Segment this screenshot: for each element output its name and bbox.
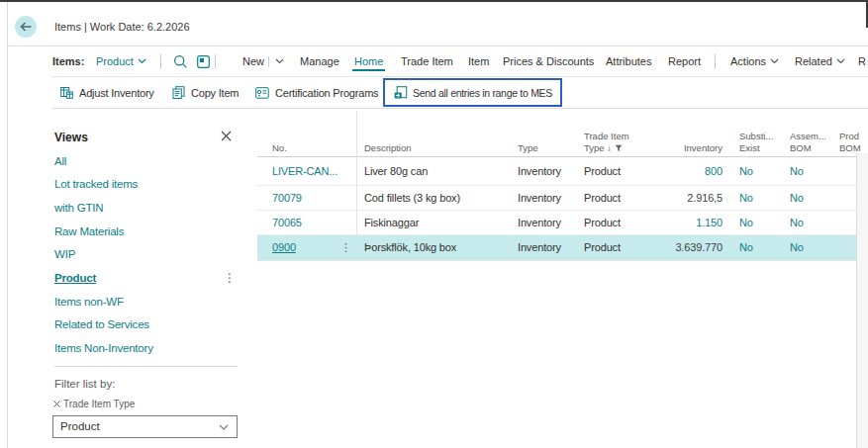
- item-description: Fiskinaggar: [364, 211, 419, 234]
- item-assembly-bom[interactable]: No: [790, 157, 804, 185]
- col-header-description[interactable]: Description: [364, 142, 412, 154]
- item-description: Liver 80g can: [364, 157, 428, 185]
- chevron-down-icon: [219, 424, 229, 431]
- back-button[interactable]: [15, 16, 37, 38]
- item-inventory-link[interactable]: 800: [633, 157, 723, 185]
- view-related-to-services[interactable]: Related to Services: [54, 314, 149, 336]
- adjust-inventory-icon: [60, 86, 73, 99]
- item-inventory-link[interactable]: 1.150: [633, 211, 723, 234]
- view-raw-materials[interactable]: Raw Materials: [54, 221, 124, 243]
- remove-filter-icon[interactable]: [53, 401, 60, 407]
- menu-home[interactable]: Home: [354, 46, 383, 76]
- menu-related[interactable]: Related: [795, 46, 845, 76]
- menu-divider: [215, 54, 216, 68]
- item-assembly-bom[interactable]: No: [790, 186, 804, 210]
- close-icon: [221, 131, 232, 141]
- command-bar: Items: Product New Manage Home Trade Ite…: [0, 46, 868, 76]
- menu-actions[interactable]: Actions: [730, 46, 779, 76]
- item-inventory-link[interactable]: 3.639.770: [633, 235, 723, 260]
- chevron-down-icon: [138, 58, 146, 64]
- send-icon: [394, 86, 408, 99]
- menu-new[interactable]: New: [242, 46, 264, 76]
- item-type: Inventory: [518, 186, 561, 210]
- frozen-column-divider: [356, 111, 357, 235]
- menu-divider: [715, 54, 716, 68]
- col-header-substitutes-exist[interactable]: Substi...Exist: [739, 131, 773, 154]
- chevron-down-icon: [836, 58, 845, 64]
- item-no-link[interactable]: 70065: [272, 211, 302, 234]
- col-header-prod-bom[interactable]: ProdBOM: [839, 131, 861, 154]
- item-substitutes-exist[interactable]: No: [739, 211, 753, 234]
- filter-section-label: Filter list by:: [54, 378, 115, 390]
- chevron-down-icon: [275, 58, 284, 64]
- action-bar-divider: [52, 108, 868, 109]
- view-options-icon[interactable]: ⋮: [224, 267, 234, 290]
- item-substitutes-exist[interactable]: No: [739, 235, 753, 260]
- col-header-inventory[interactable]: Inventory: [633, 142, 723, 154]
- table-row[interactable]: 70079 Cod fillets (3 kg box) Inventory P…: [257, 186, 856, 211]
- views-close-button[interactable]: [221, 131, 233, 142]
- search-button[interactable]: [173, 54, 188, 69]
- view-product[interactable]: Product: [54, 267, 96, 290]
- window-top-border: [0, 0, 868, 2]
- item-assembly-bom[interactable]: No: [790, 211, 804, 234]
- menu-manage[interactable]: Manage: [300, 46, 339, 76]
- table-row-selected[interactable]: 0900 ⋮ Þorskflök, 10kg box Inventory Pro…: [257, 235, 856, 261]
- analyze-button[interactable]: [197, 55, 210, 68]
- menu-divider: [160, 54, 161, 68]
- items-table: No. Description Type Trade ItemType ↓ In…: [257, 111, 856, 261]
- item-trade-item-type: Product: [584, 211, 621, 234]
- sidebar-divider: [54, 366, 238, 367]
- adjust-inventory-button[interactable]: Adjust Inventory: [60, 77, 154, 108]
- menu-report[interactable]: Report: [668, 46, 701, 76]
- row-actions-icon[interactable]: ⋮: [340, 235, 350, 260]
- item-trade-item-type: Product: [584, 235, 621, 260]
- filter-chip[interactable]: Trade Item Type: [53, 399, 135, 409]
- col-header-type[interactable]: Type: [518, 142, 538, 154]
- pane-icon: [197, 55, 210, 68]
- view-selector[interactable]: Product: [96, 46, 146, 76]
- menu-item[interactable]: Item: [468, 46, 489, 76]
- filter-icon: [615, 144, 623, 152]
- view-wip[interactable]: WIP: [54, 243, 75, 266]
- back-arrow-icon: [19, 21, 33, 33]
- item-type: Inventory: [518, 157, 561, 185]
- view-with-gtin[interactable]: with GTIN: [54, 197, 103, 220]
- col-header-no[interactable]: No.: [272, 142, 287, 154]
- item-substitutes-exist[interactable]: No: [739, 157, 753, 185]
- menu-attributes[interactable]: Attributes: [606, 46, 651, 76]
- view-items-non-inventory[interactable]: Items Non-Inventory: [54, 337, 153, 360]
- certification-programs-button[interactable]: Certification Programs: [255, 77, 378, 108]
- view-all[interactable]: All: [54, 150, 66, 173]
- item-no-link[interactable]: LIVER-CAN...: [272, 157, 338, 185]
- item-no-link[interactable]: 0900: [272, 235, 296, 260]
- item-assembly-bom[interactable]: No: [790, 235, 804, 260]
- item-type: Inventory: [518, 211, 561, 234]
- menu-prices-discounts[interactable]: Prices & Discounts: [503, 46, 594, 76]
- trade-item-type-select[interactable]: Product: [52, 415, 238, 438]
- item-trade-item-type: Product: [584, 186, 621, 210]
- new-dropdown[interactable]: [275, 58, 284, 66]
- new-split-divider: [268, 56, 269, 67]
- search-icon: [173, 54, 188, 69]
- item-trade-item-type: Product: [584, 157, 621, 185]
- table-row[interactable]: LIVER-CAN... Liver 80g can Inventory Pro…: [257, 157, 856, 186]
- menu-trade-item[interactable]: Trade Item: [401, 46, 453, 76]
- col-header-assembly-bom[interactable]: Assem...BOM: [790, 131, 826, 154]
- copy-icon: [172, 86, 185, 99]
- chevron-down-icon: [770, 58, 779, 64]
- menu-overflow[interactable]: R: [858, 46, 866, 76]
- sort-descending-icon: ↓: [607, 142, 612, 153]
- item-description: Þorskflök, 10kg box: [364, 235, 456, 260]
- page-title: Items | Work Date: 6.2.2026: [54, 21, 190, 33]
- vertical-scrollbar[interactable]: [856, 153, 868, 448]
- table-row[interactable]: 70065 Fiskinaggar Inventory Product 1.15…: [257, 211, 856, 235]
- copy-item-button[interactable]: Copy Item: [172, 77, 239, 108]
- item-inventory-link[interactable]: 2.916,5: [633, 186, 723, 210]
- col-header-trade-item-type[interactable]: Trade ItemType ↓: [584, 131, 629, 154]
- item-no-link[interactable]: 70079: [272, 186, 302, 210]
- view-lot-tracked[interactable]: Lot tracked items: [54, 173, 138, 196]
- send-to-mes-button[interactable]: Send all entries in range to MES: [383, 78, 562, 107]
- view-items-non-wf[interactable]: Items non-WF: [54, 291, 124, 314]
- item-substitutes-exist[interactable]: No: [739, 186, 753, 210]
